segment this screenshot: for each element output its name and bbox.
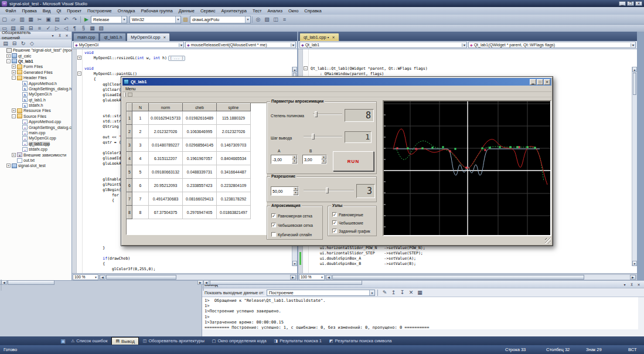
spin-up-icon[interactable]: ▲ bbox=[293, 187, 298, 191]
table-row-3[interactable]: 330.014807892270.029685641450.1467309703 bbox=[127, 138, 251, 152]
menubar-item-3[interactable]: Вид bbox=[40, 7, 54, 15]
close-icon[interactable]: ✕ bbox=[636, 282, 642, 287]
menubar-item-7[interactable]: Отладка bbox=[115, 7, 138, 15]
tree-item-appromethod-h[interactable]: hApproMethod.h bbox=[0, 80, 71, 86]
toolbar2-icon-8[interactable]: ◁ bbox=[62, 25, 70, 32]
checked-icon[interactable]: ✓ bbox=[332, 229, 337, 233]
property-pages-icon[interactable]: ▧ bbox=[263, 16, 271, 23]
next-message-icon[interactable]: ↧ bbox=[398, 289, 406, 297]
menubar-item-15[interactable]: Справка bbox=[301, 7, 324, 15]
menubar-item-6[interactable]: Построение bbox=[84, 7, 115, 15]
refresh-icon[interactable]: ↻ bbox=[19, 39, 27, 47]
dialog-close-button[interactable]: ✕ bbox=[544, 79, 550, 85]
toolbar2-icon-10[interactable]: § bbox=[80, 25, 87, 32]
scroll-right-icon[interactable]: ▶ bbox=[290, 275, 296, 280]
right-editor-tab-1[interactable]: qt_lab1.cpp •✕ bbox=[299, 33, 339, 41]
message-source-icon[interactable]: ✎ bbox=[381, 289, 389, 297]
toolbox-icon[interactable]: ◫ bbox=[272, 16, 280, 23]
bottom-left-scrollbar[interactable]: ◀ ▶ bbox=[1, 280, 2, 291]
menubar-item-12[interactable]: Тест bbox=[250, 7, 265, 15]
step-slider[interactable] bbox=[304, 134, 342, 139]
left-horizontal-scrollbar[interactable]: ◀ ▶ bbox=[99, 274, 297, 280]
menubar-item-13[interactable]: Анализ bbox=[265, 7, 285, 15]
dialog-tool-button[interactable] bbox=[128, 93, 132, 97]
column-header-spline[interactable]: spline bbox=[217, 104, 251, 111]
menubar-item-1[interactable]: Файл bbox=[2, 7, 19, 15]
checkbox-чебышевские[interactable]: ✓Чебышевские bbox=[332, 220, 363, 225]
expand-icon[interactable]: + bbox=[12, 70, 16, 74]
plot-area[interactable] bbox=[383, 100, 551, 236]
expand-icon[interactable]: + bbox=[12, 64, 16, 69]
properties-icon[interactable]: ▤ bbox=[2, 39, 9, 47]
expand-icon[interactable]: + bbox=[6, 54, 11, 58]
spin-up-icon[interactable]: ▲ bbox=[321, 155, 326, 159]
tree-item-resource-files[interactable]: +Resource Files bbox=[0, 108, 71, 113]
tree-item-source-files[interactable]: -Source Files bbox=[0, 114, 71, 119]
dialog-menu-item[interactable]: Menu bbox=[122, 87, 139, 91]
server-explorer-icon[interactable]: ≡ bbox=[281, 16, 288, 23]
scroll-up-icon[interactable]: ▲ bbox=[292, 67, 297, 72]
type-dropdown[interactable]: ◆MyOpenGl▼ bbox=[73, 42, 184, 48]
word-wrap-icon[interactable]: ▦ bbox=[416, 289, 424, 297]
table-row-2[interactable]: 222.0123270260.10636469952.012327026 bbox=[127, 125, 251, 138]
output-scrollbar[interactable]: ◀ ▶ bbox=[203, 280, 204, 291]
column-header-cheb[interactable]: cheb bbox=[183, 104, 217, 111]
checkbox-кубический-сплайн[interactable]: Кубический сплайн bbox=[271, 232, 312, 237]
tree-item--[interactable]: +≡Внешние зависимости bbox=[0, 152, 71, 157]
scroll-left-icon[interactable]: ◀ bbox=[1, 280, 7, 285]
table-row-6[interactable]: 6620.952120930.23385574230.2232804109 bbox=[127, 179, 251, 192]
panel-icon[interactable]: ▣ bbox=[59, 337, 67, 345]
tree-item-qt-lab1-cpp[interactable]: +qt_lab1.cpp bbox=[0, 141, 71, 147]
platform-combo[interactable]: Win32▼ bbox=[130, 16, 181, 23]
member-dropdown[interactable]: ◆mouseReleaseEvent(QMouseEvent * me)▼ bbox=[185, 42, 296, 48]
a-spinbox[interactable]: -3,00▲▼ bbox=[271, 155, 298, 164]
output-text[interactable]: 1> Обращение к "Release\Qt_lab1.lastbuil… bbox=[202, 297, 638, 329]
scroll-up-icon[interactable]: ▲ bbox=[632, 67, 637, 72]
tree-item-stdafx-cpp[interactable]: +stdafx.cpp bbox=[0, 147, 71, 152]
resize-grip[interactable] bbox=[545, 238, 551, 244]
find-in-files-icon[interactable]: ◎ bbox=[254, 16, 262, 23]
tree-item-qt-lab1[interactable]: -Qt_lab1 bbox=[0, 59, 71, 64]
expand-icon[interactable]: + bbox=[6, 164, 11, 168]
undo-icon[interactable]: ↶ bbox=[62, 16, 70, 23]
zoom-combo[interactable]: 100 %▼ bbox=[73, 274, 98, 280]
pin-icon[interactable]: ⊼ bbox=[57, 33, 63, 38]
tree-item-generated-files[interactable]: +Generated Files bbox=[0, 70, 71, 75]
expand-icon[interactable]: + bbox=[12, 153, 16, 157]
scroll-left-icon[interactable]: ◀ bbox=[203, 280, 209, 285]
left-editor-tab-2[interactable]: qt_lab1.h bbox=[100, 33, 126, 41]
save-all-icon[interactable]: ▦ bbox=[27, 16, 35, 23]
column-header-N[interactable]: N bbox=[132, 104, 149, 111]
menubar-item-11[interactable]: Архитектура bbox=[219, 7, 250, 15]
paste-icon[interactable]: ▤ bbox=[53, 16, 61, 23]
toolbar2-icon-11[interactable]: ▦ bbox=[88, 25, 96, 32]
bottom-tab-3[interactable]: ◫Обозреватель архитектуры bbox=[139, 337, 208, 345]
restore-button[interactable]: ❐ bbox=[627, 1, 634, 6]
fold-collapse-icon[interactable]: − bbox=[304, 66, 308, 70]
chevron-down-icon[interactable]: ▾ bbox=[622, 282, 628, 287]
tree-item-graphsettings-dialog-h[interactable]: hGraphSettings_dialog.h bbox=[0, 86, 71, 91]
open-file-icon[interactable]: ▱ bbox=[9, 16, 17, 23]
clear-output-icon[interactable]: ✕ bbox=[407, 289, 415, 297]
bottom-tab-1[interactable]: ⚠Список ошибок bbox=[67, 337, 111, 345]
resolution-slider[interactable] bbox=[304, 188, 354, 193]
scroll-right-icon[interactable]: ▶ bbox=[197, 280, 203, 285]
tree-item-qt-calc[interactable]: +qt_calc bbox=[0, 53, 71, 58]
tree-item-qt-lab1-h[interactable]: hqt_lab1.h bbox=[0, 97, 71, 103]
save-icon[interactable]: ▥ bbox=[18, 16, 26, 23]
menubar-item-14[interactable]: Окно bbox=[285, 7, 301, 15]
tree-item-graphsettings-dialog-cpp[interactable]: +GraphSettings_dialog.cpp bbox=[0, 124, 71, 130]
toolbar2-icon-7[interactable]: ▷ bbox=[53, 25, 61, 32]
toolbar2-icon-12[interactable]: ▧ bbox=[97, 25, 105, 32]
member-dropdown[interactable]: ◆Qt_lab1(QWidget * parent, Qt::WFlags fl… bbox=[468, 42, 636, 48]
column-header-norm[interactable]: norm bbox=[149, 104, 183, 111]
scroll-down-icon[interactable]: ▼ bbox=[292, 261, 297, 266]
right-vertical-scrollbar[interactable]: ▲ ▼ bbox=[632, 67, 637, 266]
menubar-item-5[interactable]: Проект bbox=[64, 7, 84, 15]
unchecked-icon[interactable] bbox=[271, 232, 276, 237]
spin-down-icon[interactable]: ▼ bbox=[293, 191, 298, 195]
b-spinbox[interactable]: 3,00▲▼ bbox=[302, 155, 327, 164]
output-filter-combo[interactable]: Построение▼ bbox=[267, 290, 375, 296]
show-all-files-icon[interactable]: ⊟ bbox=[11, 39, 18, 47]
chevron-down-icon[interactable]: ▾ bbox=[50, 33, 56, 38]
